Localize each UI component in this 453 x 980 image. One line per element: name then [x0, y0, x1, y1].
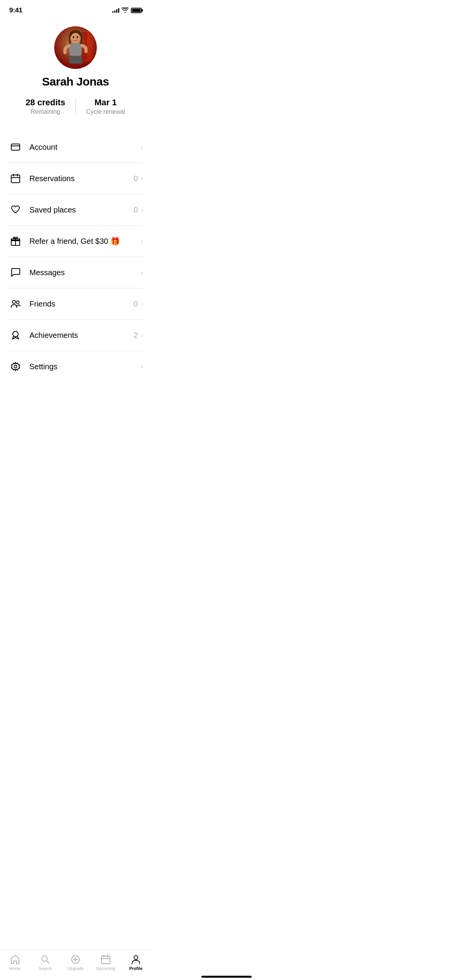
- renewal-value: Mar 1: [94, 98, 117, 108]
- achievements-chevron: ›: [141, 331, 143, 339]
- battery-icon: [131, 8, 142, 13]
- friends-label: Friends: [29, 300, 131, 308]
- saved-places-badge: 0: [134, 206, 138, 214]
- renewal-label: Cycle renewal: [86, 108, 125, 115]
- friends-chevron: ›: [141, 300, 143, 308]
- reservations-chevron: ›: [141, 175, 143, 183]
- refer-chevron: ›: [141, 237, 143, 245]
- reservations-label: Reservations: [29, 174, 131, 183]
- account-chevron: ›: [141, 143, 143, 151]
- svg-point-7: [77, 36, 78, 38]
- svg-point-18: [17, 301, 19, 304]
- message-icon: [8, 265, 23, 280]
- menu-item-account[interactable]: Account ›: [8, 132, 143, 163]
- menu-item-saved-places[interactable]: Saved places 0 ›: [8, 194, 143, 226]
- menu-item-messages[interactable]: Messages ›: [8, 257, 143, 288]
- gift-icon: [8, 233, 23, 249]
- wifi-icon: [122, 7, 129, 14]
- svg-rect-10: [11, 175, 20, 183]
- saved-places-label: Saved places: [29, 206, 131, 214]
- settings-icon: [8, 359, 23, 374]
- status-time: 9:41: [9, 7, 22, 14]
- svg-point-5: [71, 33, 80, 43]
- svg-point-6: [73, 36, 74, 38]
- avatar: [54, 26, 97, 69]
- settings-label: Settings: [29, 362, 138, 371]
- profile-name: Sarah Jonas: [42, 75, 109, 88]
- settings-chevron: ›: [141, 363, 143, 371]
- svg-point-20: [14, 365, 17, 368]
- menu-item-achievements[interactable]: Achievements 2 ›: [8, 320, 143, 351]
- stats-divider: [76, 98, 76, 115]
- reservations-badge: 0: [134, 174, 138, 183]
- signal-icon: [112, 8, 119, 13]
- calendar-icon: [8, 171, 23, 186]
- menu-item-reservations[interactable]: Reservations 0 ›: [8, 163, 143, 194]
- friends-icon: [8, 296, 23, 312]
- menu-item-friends[interactable]: Friends 0 ›: [8, 288, 143, 320]
- messages-label: Messages: [29, 268, 138, 277]
- heart-icon: [8, 202, 23, 218]
- stats-row: 28 credits Remaining Mar 1 Cycle renewal: [8, 98, 143, 115]
- card-icon: [8, 139, 23, 155]
- profile-header: Sarah Jonas 28 credits Remaining Mar 1 C…: [0, 19, 151, 132]
- menu-item-refer[interactable]: Refer a friend, Get $30 🎁 ›: [8, 226, 143, 257]
- status-icons: [112, 7, 142, 14]
- friends-badge: 0: [134, 300, 138, 308]
- svg-point-17: [12, 300, 15, 303]
- renewal-stat: Mar 1 Cycle renewal: [84, 98, 128, 115]
- credits-stat: 28 credits Remaining: [23, 98, 68, 115]
- credits-label: Remaining: [31, 108, 60, 115]
- menu-list: Account › Reservations 0 › Saved places …: [0, 132, 151, 382]
- achievement-icon: [8, 327, 23, 343]
- svg-rect-8: [11, 144, 20, 150]
- messages-chevron: ›: [141, 269, 143, 277]
- saved-places-chevron: ›: [141, 206, 143, 214]
- credits-value: 28 credits: [26, 98, 65, 108]
- account-label: Account: [29, 143, 138, 152]
- status-bar: 9:41: [0, 0, 151, 19]
- refer-label: Refer a friend, Get $30 🎁: [29, 236, 138, 246]
- menu-item-settings[interactable]: Settings ›: [8, 351, 143, 382]
- achievements-badge: 2: [134, 331, 138, 340]
- achievements-label: Achievements: [29, 331, 131, 340]
